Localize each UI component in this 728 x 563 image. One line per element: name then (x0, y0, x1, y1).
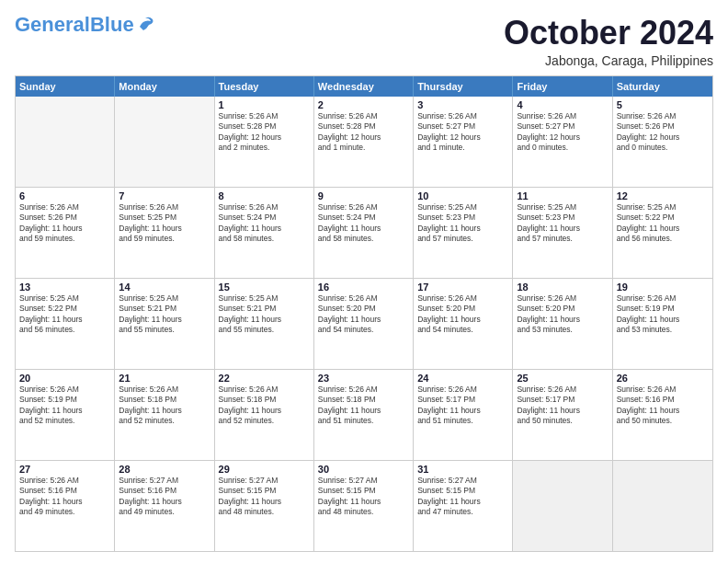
logo: GeneralBlue (15, 15, 156, 35)
day-number: 8 (219, 190, 310, 201)
cell-line: Daylight: 11 hours (318, 315, 409, 325)
cell-line: Daylight: 11 hours (517, 315, 608, 325)
cell-line: and 52 minutes. (19, 416, 110, 426)
cell-line: Sunrise: 5:26 AM (19, 202, 110, 213)
cell-line: and 1 minute. (318, 143, 409, 153)
header-day-tuesday: Tuesday (215, 76, 314, 97)
cell-line: Sunrise: 5:26 AM (417, 293, 508, 304)
day-number: 9 (318, 190, 409, 201)
location: Jabonga, Caraga, Philippines (504, 53, 713, 68)
cell-line: and 49 minutes. (119, 507, 210, 517)
cell-line: Sunset: 5:21 PM (219, 304, 310, 314)
cell-line: Sunrise: 5:25 AM (417, 202, 508, 213)
cell-line: Daylight: 11 hours (119, 406, 210, 416)
calendar-cell-r1c1: 7Sunrise: 5:26 AMSunset: 5:25 PMDaylight… (115, 188, 214, 278)
calendar-row-2: 13Sunrise: 5:25 AMSunset: 5:22 PMDayligh… (16, 278, 712, 369)
cell-line: and 59 minutes. (119, 234, 210, 244)
day-number: 30 (318, 464, 409, 475)
cell-line: Daylight: 11 hours (119, 497, 210, 507)
cell-line: and 50 minutes. (517, 416, 608, 426)
cell-line: and 54 minutes. (318, 325, 409, 335)
cell-line: Daylight: 12 hours (617, 132, 709, 143)
cell-line: Daylight: 12 hours (517, 132, 608, 143)
calendar-header: SundayMondayTuesdayWednesdayThursdayFrid… (16, 76, 712, 97)
day-number: 20 (19, 373, 110, 384)
calendar: SundayMondayTuesdayWednesdayThursdayFrid… (15, 75, 713, 552)
cell-line: Sunrise: 5:25 AM (19, 293, 110, 304)
cell-line: and 58 minutes. (318, 234, 409, 244)
calendar-cell-r1c2: 8Sunrise: 5:26 AMSunset: 5:24 PMDaylight… (215, 188, 314, 278)
cell-line: Daylight: 11 hours (219, 315, 310, 325)
cell-line: and 0 minutes. (517, 143, 608, 153)
cell-line: and 48 minutes. (318, 507, 409, 517)
calendar-cell-r4c6 (613, 461, 712, 551)
day-number: 26 (617, 373, 709, 384)
calendar-body: 1Sunrise: 5:26 AMSunset: 5:28 PMDaylight… (16, 97, 712, 551)
day-number: 23 (318, 373, 409, 384)
day-number: 17 (417, 282, 508, 293)
day-number: 19 (617, 282, 709, 293)
day-number: 12 (617, 190, 709, 201)
header-day-sunday: Sunday (16, 76, 115, 97)
calendar-row-3: 20Sunrise: 5:26 AMSunset: 5:19 PMDayligh… (16, 369, 712, 460)
cell-line: Sunrise: 5:26 AM (417, 385, 508, 395)
cell-line: Sunset: 5:28 PM (219, 121, 310, 132)
cell-line: Daylight: 11 hours (417, 315, 508, 325)
cell-line: Sunset: 5:22 PM (19, 304, 110, 314)
calendar-cell-r2c4: 17Sunrise: 5:26 AMSunset: 5:20 PMDayligh… (414, 279, 513, 369)
calendar-cell-r2c0: 13Sunrise: 5:25 AMSunset: 5:22 PMDayligh… (16, 279, 115, 369)
calendar-cell-r2c1: 14Sunrise: 5:25 AMSunset: 5:21 PMDayligh… (115, 279, 214, 369)
cell-line: and 58 minutes. (219, 234, 310, 244)
day-number: 2 (318, 99, 409, 110)
calendar-cell-r2c2: 15Sunrise: 5:25 AMSunset: 5:21 PMDayligh… (215, 279, 314, 369)
day-number: 21 (119, 373, 210, 384)
cell-line: Sunrise: 5:26 AM (318, 293, 409, 304)
calendar-cell-r0c4: 3Sunrise: 5:26 AMSunset: 5:27 PMDaylight… (414, 97, 513, 187)
calendar-cell-r2c3: 16Sunrise: 5:26 AMSunset: 5:20 PMDayligh… (314, 279, 414, 369)
calendar-cell-r3c3: 23Sunrise: 5:26 AMSunset: 5:18 PMDayligh… (314, 370, 414, 460)
cell-line: Sunset: 5:26 PM (19, 213, 110, 223)
cell-line: Daylight: 12 hours (219, 132, 310, 143)
cell-line: Daylight: 12 hours (417, 132, 508, 143)
cell-line: Sunrise: 5:26 AM (517, 111, 608, 121)
header-day-saturday: Saturday (613, 76, 712, 97)
cell-line: and 49 minutes. (19, 507, 110, 517)
logo-bird-icon (136, 14, 156, 34)
cell-line: Sunset: 5:18 PM (119, 395, 210, 405)
header: GeneralBlue October 2024 Jabonga, Caraga… (15, 15, 713, 68)
cell-line: Sunset: 5:16 PM (19, 486, 110, 496)
calendar-cell-r2c5: 18Sunrise: 5:26 AMSunset: 5:20 PMDayligh… (513, 279, 612, 369)
cell-line: and 51 minutes. (318, 416, 409, 426)
cell-line: Daylight: 11 hours (417, 224, 508, 234)
cell-line: and 56 minutes. (617, 234, 709, 244)
calendar-cell-r3c0: 20Sunrise: 5:26 AMSunset: 5:19 PMDayligh… (16, 370, 115, 460)
day-number: 18 (517, 282, 608, 293)
cell-line: Sunset: 5:25 PM (119, 213, 210, 223)
cell-line: Sunset: 5:15 PM (219, 486, 310, 496)
calendar-cell-r4c4: 31Sunrise: 5:27 AMSunset: 5:15 PMDayligh… (414, 461, 513, 551)
cell-line: and 54 minutes. (417, 325, 508, 335)
cell-line: Sunset: 5:23 PM (517, 213, 608, 223)
calendar-cell-r0c0 (16, 97, 115, 187)
calendar-cell-r3c5: 25Sunrise: 5:26 AMSunset: 5:17 PMDayligh… (513, 370, 612, 460)
cell-line: Daylight: 11 hours (119, 315, 210, 325)
calendar-cell-r0c3: 2Sunrise: 5:26 AMSunset: 5:28 PMDaylight… (314, 97, 414, 187)
calendar-cell-r0c2: 1Sunrise: 5:26 AMSunset: 5:28 PMDaylight… (215, 97, 314, 187)
cell-line: Sunrise: 5:25 AM (617, 202, 709, 213)
cell-line: Sunset: 5:27 PM (517, 121, 608, 132)
page: GeneralBlue October 2024 Jabonga, Caraga… (0, 0, 728, 563)
cell-line: Sunrise: 5:26 AM (119, 202, 210, 213)
cell-line: Sunset: 5:17 PM (417, 395, 508, 405)
day-number: 29 (219, 464, 310, 475)
day-number: 10 (417, 190, 508, 201)
calendar-cell-r1c3: 9Sunrise: 5:26 AMSunset: 5:24 PMDaylight… (314, 188, 414, 278)
cell-line: Sunset: 5:24 PM (318, 213, 409, 223)
calendar-cell-r4c1: 28Sunrise: 5:27 AMSunset: 5:16 PMDayligh… (115, 461, 214, 551)
day-number: 7 (119, 190, 210, 201)
cell-line: Sunset: 5:19 PM (19, 395, 110, 405)
cell-line: and 57 minutes. (517, 234, 608, 244)
cell-line: Daylight: 11 hours (617, 406, 709, 416)
logo-text: GeneralBlue (15, 15, 134, 35)
cell-line: Sunset: 5:24 PM (219, 213, 310, 223)
cell-line: Sunset: 5:15 PM (417, 486, 508, 496)
